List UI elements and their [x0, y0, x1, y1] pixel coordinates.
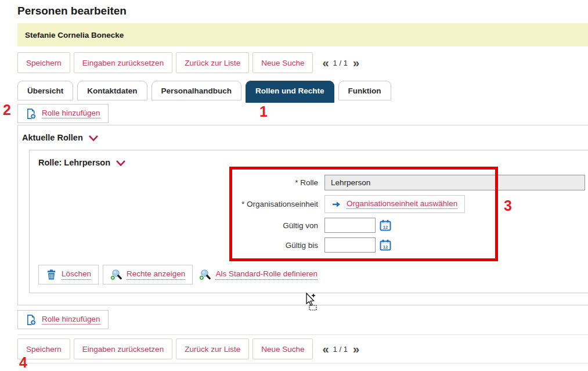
- tab-funktion[interactable]: Funktion: [338, 81, 391, 100]
- valid-from-calendar-button[interactable]: 12: [380, 219, 391, 231]
- page-title: Personen bearbeiten: [17, 5, 588, 17]
- tab-uebersicht[interactable]: Übersicht: [17, 81, 73, 100]
- valid-to-input[interactable]: [324, 237, 376, 253]
- page-next-icon[interactable]: »: [353, 57, 358, 69]
- annotation-step-2: 2: [3, 102, 11, 118]
- calendar-icon: 12: [380, 239, 391, 251]
- back-to-list-button-bottom[interactable]: Zurück zur Liste: [176, 338, 249, 359]
- page-next-icon[interactable]: »: [353, 343, 358, 355]
- select-org-button[interactable]: Organisationseinheit auswählen: [324, 195, 465, 213]
- current-roles-header[interactable]: Aktuelle Rollen: [22, 133, 588, 142]
- page-prev-icon[interactable]: «: [322, 343, 327, 355]
- tab-rollen-und-rechte[interactable]: Rollen und Rechte: [246, 81, 334, 103]
- add-role-button-top[interactable]: Rolle hinzufügen: [17, 104, 109, 123]
- valid-from-input[interactable]: [324, 218, 376, 233]
- save-button-bottom[interactable]: Speichern: [17, 338, 70, 359]
- save-button[interactable]: Speichern: [17, 52, 70, 73]
- back-to-list-button[interactable]: Zurück zur Liste: [176, 52, 249, 73]
- add-role-label: Rolle hinzufügen: [42, 315, 100, 325]
- role-panel-header[interactable]: Rolle: Lehrperson: [38, 158, 588, 167]
- role-form: * Rolle Lehrperson * Organisationseinhei…: [38, 175, 588, 253]
- personen-bearbeiten-page: Personen bearbeiten Stefanie Cornelia Bo…: [17, 5, 588, 363]
- valid-to-calendar-button[interactable]: 12: [380, 239, 391, 251]
- role-panel-lehrperson: Rolle: Lehrperson * Rolle Lehrperson * O…: [29, 150, 588, 293]
- page-indicator: 1 / 1: [333, 345, 348, 354]
- tab-kontaktdaten[interactable]: Kontaktdaten: [77, 81, 147, 100]
- person-name: Stefanie Cornelia Bonecke: [25, 31, 124, 39]
- delete-role-label: Löschen: [62, 269, 91, 280]
- role-field-label: * Rolle: [38, 178, 318, 187]
- svg-text:12: 12: [383, 225, 388, 230]
- trash-icon: [46, 269, 57, 280]
- document-plus-icon: [26, 314, 37, 326]
- role-panel-heading: Rolle: Lehrperson: [38, 158, 110, 167]
- new-search-button[interactable]: Neue Suche: [252, 52, 313, 73]
- set-default-role-button[interactable]: Als Standard-Rolle definieren: [197, 265, 320, 284]
- chevron-down-icon: [88, 135, 99, 141]
- toolbar-top: Speichern Eingaben zurücksetzen Zurück z…: [17, 52, 588, 73]
- tab-personalhandbuch[interactable]: Personalhandbuch: [151, 81, 242, 100]
- current-roles-group: Aktuelle Rollen Rolle: Lehrperson * Roll…: [17, 125, 588, 305]
- role-actions: Löschen Rechte anzeigen Als Standard-Rol…: [38, 265, 588, 284]
- add-role-label: Rolle hinzufügen: [42, 109, 100, 119]
- org-field-label: * Organisationseinheit: [38, 200, 318, 208]
- person-banner: Stefanie Cornelia Bonecke: [17, 23, 588, 46]
- pagination: « 1 / 1 »: [322, 57, 358, 69]
- magnifier-plus-icon: [110, 269, 122, 280]
- page-indicator: 1 / 1: [333, 59, 348, 67]
- document-plus-icon: [26, 108, 37, 120]
- valid-to-label: Gültig bis: [38, 241, 318, 250]
- toolbar-bottom: Speichern Eingaben zurücksetzen Zurück z…: [17, 338, 588, 359]
- role-field-value: Lehrperson: [324, 175, 585, 190]
- chevron-down-icon: [116, 160, 126, 166]
- reset-button-bottom[interactable]: Eingaben zurücksetzen: [74, 338, 172, 359]
- new-search-button-bottom[interactable]: Neue Suche: [252, 338, 313, 359]
- set-default-role-label: Als Standard-Rolle definieren: [215, 269, 318, 280]
- magnifier-plus-icon: [199, 269, 211, 280]
- select-org-label: Organisationseinheit auswählen: [347, 199, 457, 210]
- pagination-bottom: « 1 / 1 »: [322, 343, 358, 355]
- valid-from-label: Gültig von: [38, 221, 318, 230]
- add-role-button-bottom[interactable]: Rolle hinzufügen: [17, 310, 109, 329]
- arrow-right-icon: [332, 200, 341, 208]
- delete-role-button[interactable]: Löschen: [38, 265, 99, 284]
- tab-bar: Übersicht Kontaktdaten Personalhandbuch …: [17, 81, 588, 102]
- show-rights-button[interactable]: Rechte anzeigen: [103, 265, 193, 284]
- divider: [17, 334, 588, 335]
- divider: [17, 363, 588, 363]
- show-rights-label: Rechte anzeigen: [127, 269, 185, 280]
- reset-button[interactable]: Eingaben zurücksetzen: [74, 52, 172, 73]
- page-prev-icon[interactable]: «: [322, 57, 327, 69]
- svg-text:12: 12: [383, 244, 388, 250]
- calendar-icon: 12: [380, 219, 391, 231]
- current-roles-heading: Aktuelle Rollen: [22, 133, 83, 142]
